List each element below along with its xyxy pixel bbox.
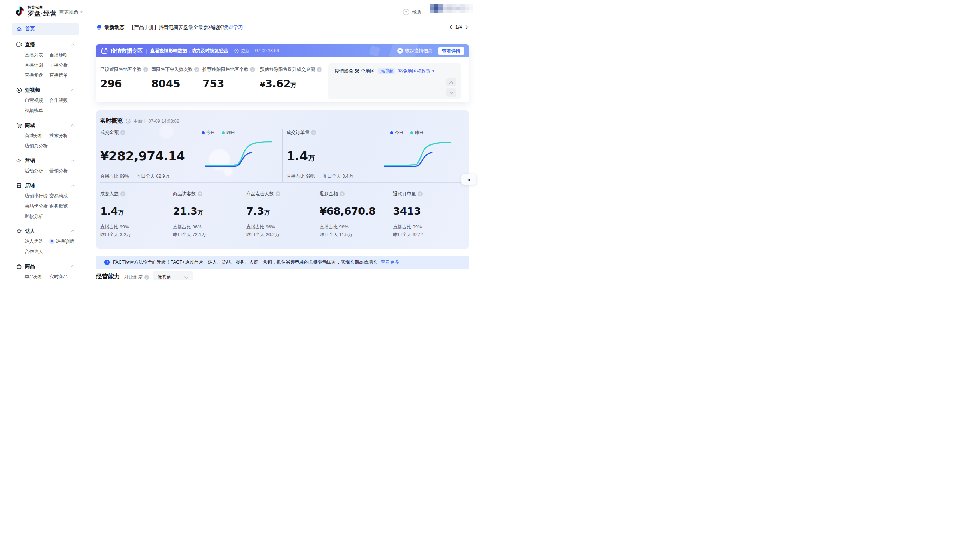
sidebar-item-直播复盘[interactable]: 直播复盘 xyxy=(25,72,48,78)
question-circle-icon[interactable]: ? xyxy=(197,192,202,196)
scroll-up-button[interactable] xyxy=(446,78,456,86)
compare-dimension: 对比维度 ? xyxy=(124,274,149,280)
megaphone-icon xyxy=(16,158,22,163)
sidebar-item-合作达人[interactable]: 合作达人 xyxy=(25,248,48,255)
sidebar-item-自播诊断[interactable]: 自播诊断 xyxy=(49,52,68,58)
view-details-button[interactable]: 查看详情 xyxy=(438,47,464,55)
metric-footer: 直播占比 99%昨日全天 62.9万 xyxy=(100,173,170,179)
question-circle-icon[interactable]: ? xyxy=(276,192,281,196)
sidebar-item-商品卡分析[interactable]: 商品卡分析 xyxy=(25,203,48,209)
chevron-up-icon[interactable] xyxy=(71,184,75,187)
sidebar-item-店铺页分析[interactable]: 店铺页分析 xyxy=(25,143,48,149)
sidebar-sub-row: 合作达人 xyxy=(0,246,88,257)
sidebar-group-label: 店铺 xyxy=(25,183,35,189)
sidebar-item-达人优选[interactable]: 达人优选 xyxy=(25,238,48,245)
sidebar-sub-row: 直播复盘直播榜单 xyxy=(0,70,88,80)
sidebar-item-退款分析[interactable]: 退款分析 xyxy=(25,213,48,220)
divider xyxy=(282,128,283,182)
today-dot-icon xyxy=(202,132,205,134)
sidebar-item-营销分析[interactable]: 营销分析 xyxy=(49,168,68,174)
collapse-epidemic-button[interactable]: 收起疫情信息 xyxy=(397,48,433,54)
capability-section-title: 经营能力 xyxy=(96,272,120,280)
sidebar-item-店铺排行榜[interactable]: 店铺排行榜 xyxy=(25,193,48,199)
news-headline[interactable]: 【产品手册】抖音电商罗盘最全最新功能解读 xyxy=(129,24,228,31)
decorative-circle xyxy=(159,124,174,138)
chevron-up-icon[interactable] xyxy=(71,230,75,232)
chevron-up-icon[interactable] xyxy=(71,43,75,46)
question-circle-icon[interactable]: ? xyxy=(120,130,125,135)
sidebar-sub-row: 商城分析搜索分析 xyxy=(0,130,88,141)
stat-value: 8045 xyxy=(151,78,180,90)
app-logo-wordmark: 抖音电商 罗盘·经营 xyxy=(27,6,57,17)
sidebar-item-达播诊断[interactable]: 达播诊断 xyxy=(56,238,74,245)
sidebar-item-主播分析[interactable]: 主播分析 xyxy=(49,62,68,68)
help-button[interactable]: ? 帮助 xyxy=(403,9,421,15)
sidebar-group-商城: 商城商城分析搜索分析店铺页分析 xyxy=(0,120,88,151)
sidebar-group-header[interactable]: 商品 xyxy=(0,261,88,272)
stat-label: 预估移除限售提升成交金额 xyxy=(260,66,315,73)
user-avatar-blurred[interactable] xyxy=(430,4,473,13)
benchmark-dropdown-value: 优秀值 xyxy=(157,274,171,280)
sidebar-group-店铺: 店铺店铺排行榜交易构成商品卡分析财务概览退款分析 xyxy=(0,180,88,221)
question-circle-icon[interactable]: ? xyxy=(144,275,149,280)
sidebar-item-实时商品[interactable]: 实时商品 xyxy=(49,273,68,280)
sidebar-item-home[interactable]: 首页 xyxy=(12,23,79,35)
pager-next-button[interactable] xyxy=(465,25,468,29)
benchmark-dropdown[interactable]: 优秀值 xyxy=(153,272,192,280)
sidebar-group-直播: 直播直播列表自播诊断直播计划主播分析直播复盘直播榜单 xyxy=(0,40,88,80)
perspective-switcher[interactable]: 商家视角 xyxy=(59,9,83,15)
sidebar-item-单品分析[interactable]: 单品分析 xyxy=(25,273,48,280)
sidebar-group-header[interactable]: 短视频 xyxy=(0,85,88,95)
scroll-down-button[interactable] xyxy=(446,88,456,97)
sidebar-item-视频榜单[interactable]: 视频榜单 xyxy=(25,107,48,114)
sidebar-item-搜索分析[interactable]: 搜索分析 xyxy=(49,133,68,139)
sidebar-item-商城分析[interactable]: 商城分析 xyxy=(25,133,48,139)
sidebar-item-自营视频[interactable]: 自营视频 xyxy=(25,97,48,103)
metric-live-share: 直播占比 96% xyxy=(246,224,275,230)
exemption-update-badge[interactable]: 7/9更新 xyxy=(378,68,395,74)
sidebar-item-合作视频[interactable]: 合作视频 xyxy=(49,97,68,103)
sidebar-group-header[interactable]: 商城 xyxy=(0,120,88,130)
question-circle-icon[interactable]: ? xyxy=(418,192,423,196)
news-learn-link[interactable]: 立即学习 xyxy=(223,24,243,31)
question-circle-icon[interactable]: ? xyxy=(120,192,125,196)
question-circle-icon[interactable]: ? xyxy=(143,67,148,72)
sidebar-sub-row: 店铺页分析 xyxy=(0,141,88,151)
sidebar-item-直播计划[interactable]: 直播计划 xyxy=(25,62,48,68)
question-circle-icon[interactable]: ? xyxy=(340,192,345,196)
question-circle-icon[interactable]: ? xyxy=(317,67,322,72)
exemption-policy-link[interactable]: 豁免地区和政策 > xyxy=(398,68,434,74)
sidebar-item-活动分析[interactable]: 活动分析 xyxy=(25,168,48,174)
overview-title: 实时概览 xyxy=(100,117,123,125)
play-circle-icon xyxy=(16,87,22,93)
question-circle-icon[interactable]: ? xyxy=(250,67,255,72)
sidebar-item-交易构成[interactable]: 交易构成 xyxy=(49,193,68,199)
chevron-up-icon[interactable] xyxy=(71,159,75,162)
question-circle-icon[interactable]: ? xyxy=(311,130,316,135)
decorative-shape xyxy=(369,45,380,57)
sidebar-group-header[interactable]: 达人 xyxy=(0,226,88,236)
question-circle-icon[interactable]: ? xyxy=(194,67,199,72)
chevron-up-icon[interactable] xyxy=(71,124,75,127)
pager-prev-button[interactable] xyxy=(450,25,452,29)
chevron-up-circle-icon xyxy=(397,48,403,53)
overview-updated-time: 更新于 07-09 14:03:02 xyxy=(133,118,179,124)
fact-see-more-link[interactable]: 查看更多 xyxy=(381,259,399,265)
chevron-up-icon[interactable] xyxy=(71,89,75,91)
realtime-overview-card: 实时概览 更新于 07-09 14:03:02 成交金额? 今日 昨日 ¥282… xyxy=(96,110,469,249)
metric-yesterday-total: 昨日全天 72.1万 xyxy=(173,232,206,238)
sidebar-group-header[interactable]: 店铺 xyxy=(0,180,88,191)
epidemic-updated-time: 更新于 07-09 13:56 xyxy=(234,48,279,54)
sidebar-item-直播榜单[interactable]: 直播榜单 xyxy=(49,72,68,78)
sidebar-item-直播列表[interactable]: 直播列表 xyxy=(25,52,48,58)
sidebar-item-财务概览[interactable]: 财务概览 xyxy=(49,203,68,209)
chevron-up-icon[interactable] xyxy=(71,265,75,267)
question-circle-icon: ? xyxy=(403,9,409,15)
collapse-panel-handle[interactable]: « xyxy=(462,174,476,185)
cart-icon xyxy=(16,123,22,128)
sidebar-group-header[interactable]: 直播 xyxy=(0,40,88,50)
sidebar-sub-row: 视频榜单 xyxy=(0,105,88,116)
yesterday-dot-icon xyxy=(410,132,413,134)
pager-position: 1/4 xyxy=(455,24,462,30)
sidebar-group-header[interactable]: 营销 xyxy=(0,155,88,166)
